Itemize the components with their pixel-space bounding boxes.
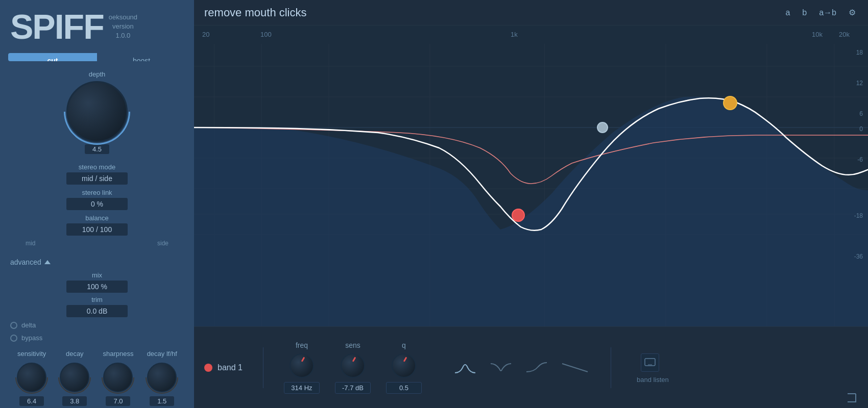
app-logo: SPIFF: [10, 9, 104, 44]
preset-name: remove mouth clicks: [204, 6, 307, 19]
divider-1: [263, 347, 263, 388]
band-listen-label: band listen: [637, 376, 669, 384]
db-label-18: 18: [856, 49, 863, 56]
top-bar: remove mouth clicks a b a→b ⚙: [194, 0, 868, 26]
copy-ab-button[interactable]: a→b: [817, 7, 838, 18]
balance-label: balance: [85, 214, 109, 222]
freq-label-20k: 20k: [839, 31, 850, 38]
q-value: 0.5: [386, 382, 422, 394]
sharpness-knob[interactable]: [103, 363, 133, 392]
mid-side-row: mid side: [10, 240, 184, 247]
mix-value[interactable]: 100 %: [66, 280, 128, 293]
version-info: oeksound version 1.0.0: [109, 13, 137, 41]
filter-shape-notch[interactable]: [488, 358, 514, 378]
delta-label: delta: [21, 321, 36, 329]
sens-param: sens -7.7 dB: [335, 341, 371, 394]
sensitivity-knob[interactable]: [17, 363, 46, 392]
side-label: side: [157, 240, 168, 247]
bottom-knobs-row: sensitivity 6.4 decay 3.8 sharpness 7.0 …: [0, 345, 194, 408]
preset-b-button[interactable]: b: [800, 7, 809, 18]
depth-value: 4.5: [85, 144, 109, 154]
freq-param-label: freq: [296, 341, 308, 349]
decay-knob[interactable]: [60, 363, 89, 392]
settings-button[interactable]: ⚙: [847, 7, 858, 18]
sens-knob[interactable]: [341, 353, 365, 378]
sensitivity-group: sensitivity 6.4: [17, 350, 46, 406]
decay-lf-hf-value: 1.5: [150, 396, 174, 406]
db-label-neg18: -18: [854, 212, 863, 219]
mini-display-icon: [644, 358, 656, 368]
balance-control: balance 100 / 100: [10, 214, 184, 236]
stereo-link-label: stereo link: [82, 189, 112, 196]
filter-shape-tilt[interactable]: [560, 358, 590, 378]
depth-knob[interactable]: [66, 81, 128, 142]
bypass-row[interactable]: bypass: [10, 333, 184, 343]
stereo-mode-label: stereo mode: [79, 163, 115, 171]
band-point-1: [512, 209, 524, 221]
left-panel: SPIFF oeksound version 1.0.0 cut boost d…: [0, 0, 194, 408]
bypass-radio[interactable]: [10, 335, 17, 342]
freq-label-100: 100: [260, 31, 272, 38]
trim-value[interactable]: 0.0 dB: [66, 305, 128, 317]
bypass-label: bypass: [21, 334, 42, 342]
trim-label: trim: [91, 296, 103, 303]
band-color-dot: [204, 364, 212, 372]
depth-label: depth: [89, 70, 106, 78]
decay-lf-hf-knob[interactable]: [147, 363, 177, 392]
sensitivity-label: sensitivity: [17, 350, 46, 358]
delta-row[interactable]: delta: [10, 320, 184, 330]
filter-shape-high-shelf[interactable]: [524, 358, 549, 378]
advanced-label: advanced: [10, 258, 41, 266]
filter-shape-bell[interactable]: [452, 358, 478, 378]
freq-param: freq 314 Hz: [284, 341, 320, 394]
corner-arrow-icon: [846, 392, 858, 404]
tab-boost[interactable]: boost: [97, 53, 186, 61]
divider-2: [611, 347, 611, 388]
band-indicator: band 1: [204, 363, 243, 372]
delta-radio[interactable]: [10, 322, 17, 329]
band-point-mid: [597, 122, 608, 133]
version-number: 1.0.0: [115, 31, 130, 40]
eq-svg: [194, 26, 868, 326]
stereo-controls: stereo mode mid / side stereo link 0 % b…: [0, 157, 194, 253]
sensitivity-value: 6.4: [19, 396, 44, 406]
db-label-neg6: -6: [857, 156, 863, 163]
stereo-link-value[interactable]: 0 %: [66, 198, 128, 210]
band-panel: band 1 freq 314 Hz sens -7.7 dB q 0.5: [194, 326, 868, 408]
freq-label-10k: 10k: [812, 31, 823, 38]
decay-group: decay 3.8: [60, 350, 89, 406]
version-label: version: [112, 22, 134, 31]
freq-value: 314 Hz: [284, 382, 320, 394]
brand-name: oeksound: [109, 13, 137, 22]
logo-area: SPIFF oeksound version 1.0.0: [0, 0, 194, 49]
stereo-mode-value[interactable]: mid / side: [66, 172, 128, 185]
q-knob[interactable]: [392, 353, 416, 378]
top-bar-right: a b a→b ⚙: [783, 7, 858, 18]
balance-value[interactable]: 100 / 100: [66, 223, 128, 236]
sharpness-value: 7.0: [106, 396, 130, 406]
filter-shapes: [452, 358, 590, 378]
freq-label-1k: 1k: [511, 31, 518, 38]
db-label-0: 0: [859, 125, 863, 133]
q-param: q 0.5: [386, 341, 422, 394]
advanced-header[interactable]: advanced: [0, 255, 194, 269]
advanced-toggle-icon: [44, 260, 51, 264]
trim-control: trim 0.0 dB: [10, 296, 184, 317]
preset-a-button[interactable]: a: [783, 7, 792, 18]
freq-label-20: 20: [202, 31, 209, 38]
depth-section: depth 4.5: [0, 65, 194, 157]
mini-display[interactable]: [641, 353, 659, 372]
advanced-controls: mix 100 % trim 0.0 dB delta bypass: [0, 269, 194, 345]
tab-cut[interactable]: cut: [8, 53, 97, 61]
sens-value: -7.7 dB: [335, 382, 371, 394]
mix-label: mix: [92, 271, 102, 279]
eq-display[interactable]: 20 100 1k 10k 20k 18 12 6 0 -6 -18 -36: [194, 26, 868, 326]
freq-knob[interactable]: [290, 353, 314, 378]
corner-arrow[interactable]: [846, 392, 858, 406]
stereo-link-control: stereo link 0 %: [10, 189, 184, 210]
band-point-2: [724, 96, 737, 110]
sens-param-label: sens: [345, 341, 360, 349]
mid-label: mid: [26, 240, 35, 247]
db-label-neg36: -36: [854, 253, 863, 260]
stereo-mode-control: stereo mode mid / side: [10, 163, 184, 185]
